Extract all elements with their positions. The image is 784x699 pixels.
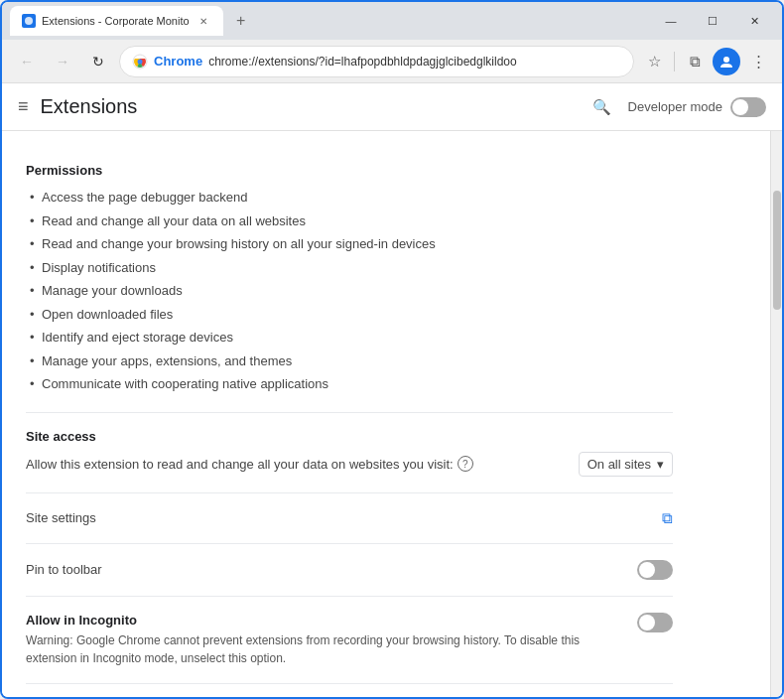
svg-point-3: [138, 59, 143, 64]
list-item: Communicate with cooperating native appl…: [26, 372, 673, 396]
site-settings-label: Site settings: [26, 510, 96, 525]
refresh-button[interactable]: ↻: [83, 47, 113, 76]
toggle-knob: [639, 562, 655, 578]
list-item: Manage your apps, extensions, and themes: [26, 350, 673, 373]
permissions-section: Permissions Access the page debugger bac…: [26, 147, 673, 413]
incognito-section: Allow in Incognito Warning: Google Chrom…: [26, 597, 673, 684]
list-item: Manage your downloads: [26, 279, 673, 303]
address-text: chrome://extensions/?id=lhafpopdbhldpdag…: [208, 55, 517, 69]
site-settings-section: Site settings ⧉: [26, 493, 673, 544]
maximize-button[interactable]: ☐: [693, 7, 732, 35]
minimize-button[interactable]: —: [651, 7, 691, 35]
page-title: Extensions: [41, 95, 577, 118]
tab-title: Extensions - Corporate Monito: [42, 15, 190, 27]
title-bar: Extensions - Corporate Monito ✕ + — ☐ ✕: [2, 2, 782, 40]
new-tab-button[interactable]: +: [227, 7, 255, 35]
search-icon[interactable]: 🔍: [588, 93, 616, 121]
nav-separator: [674, 52, 675, 71]
close-button[interactable]: ✕: [734, 7, 774, 35]
incognito-toggle[interactable]: [637, 613, 673, 632]
incognito-row: Allow in Incognito Warning: Google Chrom…: [26, 613, 673, 667]
extensions-header: ≡ Extensions 🔍 Developer mode: [2, 83, 782, 131]
content-area: Permissions Access the page debugger bac…: [2, 131, 770, 697]
profile-button[interactable]: [713, 48, 740, 75]
file-urls-section: Allow access to file URLs: [26, 684, 673, 698]
hamburger-menu-icon[interactable]: ≡: [18, 96, 29, 117]
navigation-bar: ← → ↻ Chrome chrome://extensions/?id=lha…: [2, 40, 782, 83]
site-access-title: Site access: [26, 429, 673, 444]
tab-favicon: [22, 14, 36, 28]
tab-bar: Extensions - Corporate Monito ✕ +: [10, 6, 645, 36]
bookmark-button[interactable]: ☆: [640, 48, 668, 75]
site-access-row: Allow this extension to read and change …: [26, 452, 673, 477]
list-item: Access the page debugger backend: [26, 186, 673, 210]
list-item: Display notifications: [26, 256, 673, 280]
chrome-brand-label: Chrome: [154, 54, 202, 69]
chrome-logo-icon: [132, 54, 148, 70]
developer-mode-label: Developer mode: [628, 99, 722, 114]
scrollbar-track[interactable]: [770, 131, 782, 697]
developer-mode-area: Developer mode: [628, 97, 766, 117]
browser-window: Extensions - Corporate Monito ✕ + — ☐ ✕ …: [0, 0, 784, 699]
permissions-title: Permissions: [26, 163, 673, 178]
nav-right-icons: ☆ ⧉ ⋮: [640, 48, 772, 75]
incognito-text-block: Allow in Incognito Warning: Google Chrom…: [26, 613, 637, 667]
site-access-dropdown[interactable]: On all sites ▾: [579, 452, 673, 477]
active-tab[interactable]: Extensions - Corporate Monito ✕: [10, 6, 223, 36]
content-wrapper: Permissions Access the page debugger bac…: [2, 131, 782, 697]
scrollbar-thumb[interactable]: [773, 191, 781, 310]
list-item: Read and change your browsing history on…: [26, 232, 673, 256]
permissions-list: Access the page debugger backend Read an…: [26, 186, 673, 396]
profile-icon: [719, 54, 734, 70]
site-settings-row: Site settings ⧉: [26, 509, 673, 527]
list-item: Open downloaded files: [26, 303, 673, 327]
svg-point-4: [723, 57, 729, 63]
extension-detail: Permissions Access the page debugger bac…: [2, 131, 697, 697]
more-menu-button[interactable]: ⋮: [744, 48, 772, 75]
extensions-button[interactable]: ⧉: [681, 48, 709, 75]
incognito-title: Allow in Incognito: [26, 613, 637, 628]
toggle-knob: [732, 99, 748, 115]
toggle-knob: [639, 615, 655, 630]
site-access-section: Site access Allow this extension to read…: [26, 413, 673, 493]
incognito-warning: Warning: Google Chrome cannot prevent ex…: [26, 631, 597, 667]
external-link-icon[interactable]: ⧉: [662, 509, 673, 527]
back-button[interactable]: ←: [12, 47, 42, 76]
developer-mode-toggle[interactable]: [730, 97, 766, 117]
forward-button[interactable]: →: [48, 47, 77, 76]
pin-toolbar-section: Pin to toolbar: [26, 544, 673, 597]
list-item: Identify and eject storage devices: [26, 326, 673, 350]
site-access-description: Allow this extension to read and change …: [26, 456, 571, 472]
help-icon[interactable]: ?: [457, 456, 473, 472]
pin-toolbar-row: Pin to toolbar: [26, 560, 673, 580]
address-bar[interactable]: Chrome chrome://extensions/?id=lhafpopdb…: [119, 46, 634, 77]
svg-point-0: [25, 17, 33, 25]
window-controls: — ☐ ✕: [651, 7, 774, 35]
list-item: Read and change all your data on all web…: [26, 210, 673, 233]
pin-toolbar-toggle[interactable]: [637, 560, 673, 580]
tab-close-button[interactable]: ✕: [196, 13, 211, 29]
pin-toolbar-label: Pin to toolbar: [26, 562, 102, 577]
